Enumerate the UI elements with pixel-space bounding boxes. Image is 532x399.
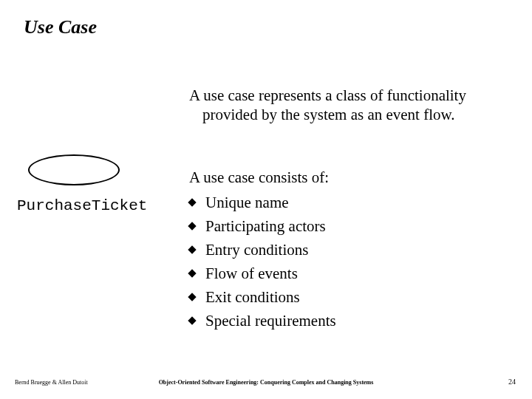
slide-title: Use Case xyxy=(24,16,97,38)
slide: Use Case A use case represents a class o… xyxy=(0,0,532,399)
diamond-bullet-icon xyxy=(188,269,196,277)
list-item: Participating actors xyxy=(189,214,336,238)
list-item-label: Participating actors xyxy=(205,217,326,236)
list-item: Unique name xyxy=(189,191,336,214)
footer-book-title: Object-Oriented Software Engineering: Co… xyxy=(0,379,532,386)
diamond-bullet-icon xyxy=(188,198,196,206)
diamond-bullet-icon xyxy=(188,316,196,324)
list-item-label: Entry conditions xyxy=(205,241,308,259)
consists-heading: A use case consists of: xyxy=(189,168,329,187)
usecase-ellipse-icon xyxy=(28,154,120,185)
diamond-bullet-icon xyxy=(188,293,196,301)
diamond-bullet-icon xyxy=(188,245,196,253)
list-item: Exit conditions xyxy=(189,285,336,309)
list-item-label: Unique name xyxy=(205,194,289,212)
list-item: Entry conditions xyxy=(189,238,336,262)
list-item: Flow of events xyxy=(189,262,336,285)
list-item-label: Exit conditions xyxy=(205,288,300,307)
consists-list: Unique name Participating actors Entry c… xyxy=(189,191,336,332)
list-item: Special requirements xyxy=(189,309,336,332)
intro-paragraph: A use case represents a class of functio… xyxy=(189,86,520,125)
diamond-bullet-icon xyxy=(188,222,196,230)
footer-page-number: 24 xyxy=(508,378,516,386)
list-item-label: Special requirements xyxy=(205,312,336,330)
usecase-name-label: PurchaseTicket xyxy=(17,197,147,214)
list-item-label: Flow of events xyxy=(205,265,298,283)
